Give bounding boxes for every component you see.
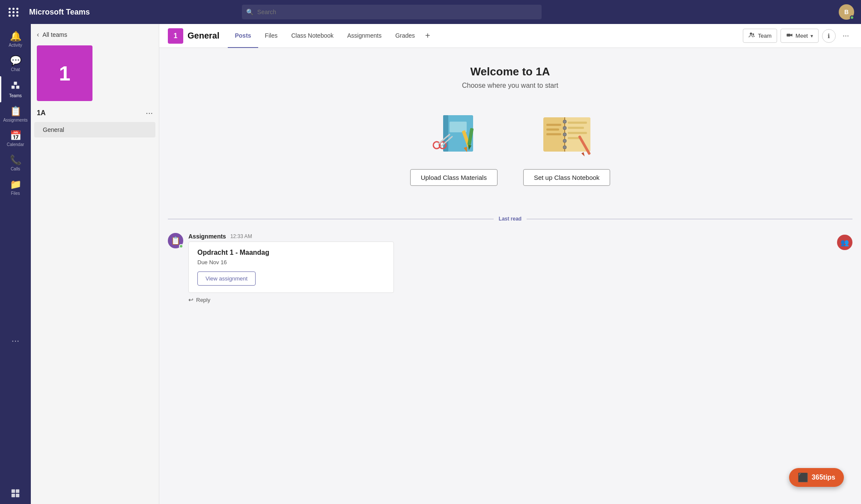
divider-line-left [168, 219, 494, 219]
svg-point-8 [753, 33, 754, 35]
team-options-button[interactable]: ··· [146, 108, 153, 118]
sidebar-item-chat[interactable]: 💬 Chat [0, 52, 31, 76]
more-icon: ··· [12, 336, 19, 346]
tips-badge[interactable]: ⬛ 365tips [789, 468, 844, 487]
main-layout: 🔔 Activity 💬 Chat Teams 📋 Assignments 📅 … [0, 24, 861, 504]
add-tab-button[interactable]: + [422, 31, 434, 41]
meet-icon [786, 32, 793, 40]
svg-rect-32 [546, 133, 561, 135]
svg-marker-10 [790, 34, 792, 37]
assignments-icon: 📋 [10, 107, 21, 116]
setup-class-notebook-button[interactable]: Set up Class Notebook [523, 169, 610, 186]
back-arrow-icon: ‹ [37, 31, 39, 39]
svg-marker-38 [581, 152, 586, 157]
sidebar-item-activity[interactable]: 🔔 Activity [0, 27, 31, 52]
message-body: Assignments 12:33 AM Opdracht 1 - Maanda… [188, 233, 832, 303]
svg-rect-33 [568, 122, 587, 124]
svg-rect-9 [787, 34, 790, 37]
svg-point-29 [563, 146, 566, 149]
upload-materials-illustration [424, 107, 484, 162]
calls-icon: 📞 [10, 155, 21, 165]
assignment-card: Opdracht 1 - Maandag Due Nov 16 View ass… [188, 242, 394, 293]
topbar: Microsoft Teams 🔍 B [0, 0, 861, 24]
channel-header: 1 General Posts Files Class Notebook Ass… [159, 24, 861, 48]
messages-area: 📋 Assignments 12:33 AM Opdracht 1 - Maan… [159, 226, 861, 310]
svg-point-26 [563, 126, 566, 130]
activity-icon: 🔔 [10, 32, 21, 41]
assignments-bot-icon: 📋 [171, 236, 180, 245]
tab-posts[interactable]: Posts [228, 24, 258, 48]
welcome-title: Welcome to 1A [471, 65, 550, 78]
avatar: 📋 [168, 233, 183, 248]
welcome-subtitle: Choose where you want to start [462, 82, 558, 89]
info-icon: ℹ [828, 33, 830, 39]
files-icon: 📁 [10, 180, 21, 189]
message-time: 12:33 AM [230, 233, 252, 239]
app-title: Microsoft Teams [29, 8, 90, 17]
tab-class-notebook[interactable]: Class Notebook [284, 24, 340, 48]
search-container: 🔍 [242, 5, 542, 19]
reply-arrow-icon: ↩ [188, 296, 194, 303]
svg-point-7 [750, 33, 752, 35]
svg-rect-3 [12, 489, 15, 493]
last-read-label: Last read [499, 216, 521, 222]
message-header: Assignments 12:33 AM [188, 233, 832, 240]
team-card-badge[interactable]: 1 [37, 45, 92, 101]
teams-panel: ‹ All teams 1 1A ··· General [31, 24, 159, 504]
assignment-due: Due Nov 16 [197, 259, 385, 265]
sidebar-item-assignments[interactable]: 📋 Assignments [0, 102, 31, 127]
info-button[interactable]: ℹ [822, 29, 836, 43]
sidebar-item-calls[interactable]: 📞 Calls [0, 151, 31, 176]
channel-badge: 1 [168, 28, 183, 44]
sidebar-item-calendar[interactable]: 📅 Calendar [0, 127, 31, 151]
upload-class-materials-button[interactable]: Upload Class Materials [410, 169, 498, 186]
meet-dropdown-icon[interactable]: ▾ [810, 33, 813, 39]
svg-rect-35 [568, 132, 587, 134]
channel-item-general[interactable]: General [34, 122, 155, 137]
svg-point-28 [563, 139, 566, 143]
view-assignment-button[interactable]: View assignment [197, 271, 256, 286]
svg-rect-31 [546, 128, 559, 131]
upload-materials-card: Upload Class Materials [410, 107, 498, 186]
online-status-dot [179, 244, 183, 248]
svg-rect-6 [16, 494, 19, 497]
sidebar-item-teams[interactable]: Teams [0, 76, 31, 102]
tab-assignments[interactable]: Assignments [340, 24, 388, 48]
search-input[interactable] [242, 5, 542, 19]
setup-notebook-card: Set up Class Notebook [523, 107, 610, 186]
sidebar-item-files[interactable]: 📁 Files [0, 176, 31, 200]
content-area: Welcome to 1A Choose where you want to s… [159, 48, 861, 504]
meet-button[interactable]: Meet ▾ [781, 29, 819, 43]
welcome-section: Welcome to 1A Choose where you want to s… [159, 48, 861, 212]
avatar[interactable]: B [839, 4, 854, 20]
office-logo-icon: ⬛ [798, 472, 808, 483]
svg-rect-0 [12, 86, 15, 89]
setup-notebook-illustration [537, 107, 597, 162]
right-user-icon: 👥 [840, 239, 849, 247]
divider-line-right [527, 219, 852, 219]
channel-tabs: Posts Files Class Notebook Assignments G… [228, 24, 743, 48]
team-view-icon [748, 32, 755, 40]
svg-rect-5 [12, 494, 15, 497]
chat-icon: 💬 [10, 56, 21, 66]
back-to-all-teams[interactable]: ‹ All teams [31, 24, 159, 42]
sidebar-item-apps[interactable] [0, 484, 31, 504]
grid-menu-icon[interactable] [7, 6, 21, 18]
sidebar-item-more[interactable]: ··· [0, 332, 31, 352]
calendar-icon: 📅 [10, 131, 21, 140]
assignment-title: Opdracht 1 - Maandag [197, 249, 385, 256]
svg-rect-1 [16, 86, 19, 89]
teams-icon [11, 81, 20, 92]
svg-rect-2 [14, 82, 17, 85]
welcome-cards: Upload Class Materials [410, 107, 611, 186]
team-button[interactable]: Team [743, 29, 777, 43]
channel-actions: Team Meet ▾ ℹ ··· [743, 29, 852, 43]
tab-files[interactable]: Files [258, 24, 285, 48]
reply-button[interactable]: ↩ Reply [188, 296, 832, 303]
online-status-dot [850, 15, 854, 20]
table-row: 📋 Assignments 12:33 AM Opdracht 1 - Maan… [168, 233, 852, 303]
svg-rect-30 [546, 124, 561, 126]
tab-grades[interactable]: Grades [388, 24, 422, 48]
more-options-button[interactable]: ··· [839, 30, 852, 42]
svg-point-25 [563, 120, 566, 123]
